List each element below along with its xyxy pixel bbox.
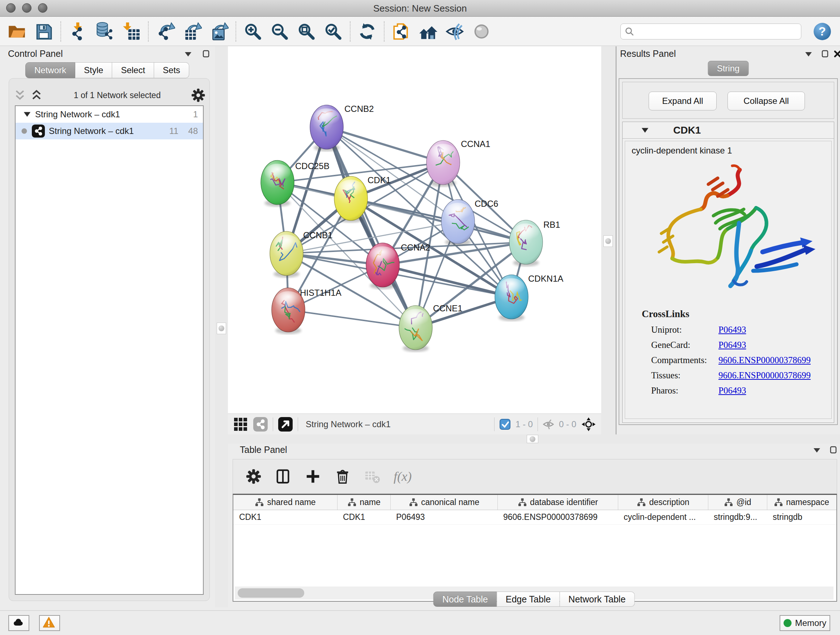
- network-edge-CDK1-RB1[interactable]: [351, 198, 526, 242]
- export-image-button[interactable]: [207, 19, 231, 43]
- panel-float-icon[interactable]: [201, 49, 211, 59]
- network-node-CCNB1[interactable]: CCNB1: [270, 230, 332, 278]
- zoom-in-button[interactable]: [241, 19, 265, 43]
- zoom-out-button[interactable]: [268, 19, 292, 43]
- network-node-CCNE1[interactable]: CCNE1: [399, 303, 462, 352]
- tab-select[interactable]: Select: [112, 62, 154, 78]
- import-network-from-database-button[interactable]: [93, 19, 117, 43]
- network-tree-root-row[interactable]: String Network – cdk1 1: [16, 106, 203, 123]
- table-cell[interactable]: cyclin-dependent ...: [618, 510, 708, 524]
- table-row[interactable]: CDK1CDK1P064939606.ENSP00000378699cyclin…: [233, 510, 836, 524]
- column-header--id[interactable]: @id: [708, 495, 767, 510]
- tab-style[interactable]: Style: [75, 62, 112, 78]
- selected-checkbox-icon[interactable]: [499, 418, 511, 430]
- cloud-status-button[interactable]: [8, 615, 29, 631]
- export-network-button[interactable]: [153, 19, 177, 43]
- tree-expander-icon[interactable]: [23, 111, 32, 119]
- search-box[interactable]: [621, 24, 801, 40]
- home-button[interactable]: [416, 19, 440, 43]
- column-header-shared-name[interactable]: shared name: [233, 495, 337, 510]
- zoom-selected-button[interactable]: [321, 19, 345, 43]
- help-button[interactable]: ?: [813, 22, 832, 41]
- column-header-description[interactable]: description: [618, 495, 708, 510]
- panel-float-icon[interactable]: [829, 445, 838, 455]
- crosslink-link[interactable]: P06493: [718, 325, 746, 335]
- panel-menu-icon[interactable]: [804, 49, 813, 59]
- select-columns-icon[interactable]: [275, 468, 292, 485]
- birdseye-view-icon[interactable]: [278, 417, 293, 432]
- table-cell[interactable]: stringdb: [767, 510, 836, 524]
- search-input[interactable]: [637, 27, 797, 36]
- table-cell[interactable]: CDK1: [337, 510, 390, 524]
- apply-layout-button[interactable]: [355, 19, 379, 43]
- tab-sets[interactable]: Sets: [154, 62, 189, 78]
- open-session-button[interactable]: [5, 19, 29, 43]
- tab-network[interactable]: Network: [25, 62, 75, 78]
- table-cell[interactable]: P06493: [390, 510, 497, 524]
- vertical-splitter-left[interactable]: [215, 46, 228, 608]
- network-node-HIST1H1A[interactable]: HIST1H1A: [272, 288, 341, 334]
- network-edge-CCNB2-CCNA1[interactable]: [327, 127, 443, 163]
- panel-close-icon[interactable]: [832, 49, 840, 59]
- column-header-name[interactable]: name: [337, 495, 390, 510]
- warnings-button[interactable]: [39, 615, 60, 631]
- network-node-CDKN1A[interactable]: CDKN1A: [495, 274, 563, 321]
- column-header-database-identifier[interactable]: database identifier: [497, 495, 618, 510]
- import-table-from-file-button[interactable]: [119, 19, 143, 43]
- crosslink-link[interactable]: P06493: [718, 386, 746, 396]
- network-graph[interactable]: CCNB2CCNA1CDC25BCDK1CDC6RB1CCNB1CCNA2CDK…: [228, 46, 601, 413]
- crosslink-link[interactable]: P06493: [718, 340, 746, 350]
- crosslink-link[interactable]: 9606.ENSP00000378699: [718, 371, 811, 380]
- delete-columns-icon[interactable]: [334, 468, 351, 485]
- share-icon[interactable]: [253, 417, 268, 432]
- gear-icon[interactable]: [191, 88, 206, 103]
- network-node-CCNA2[interactable]: CCNA2: [366, 242, 430, 289]
- section-expander-icon[interactable]: [641, 126, 649, 134]
- network-tree-child-row[interactable]: String Network – cdk1 11 48: [16, 123, 203, 139]
- collapse-all-networks-icon[interactable]: [13, 89, 27, 102]
- tab-node-table[interactable]: Node Table: [433, 592, 497, 607]
- network-node-CCNA1[interactable]: CCNA1: [426, 139, 490, 187]
- scrollbar-thumb[interactable]: [238, 588, 304, 598]
- tab-edge-table[interactable]: Edge Table: [497, 592, 560, 607]
- network-node-RB1[interactable]: RB1: [509, 220, 561, 266]
- zoom-window-traffic-light[interactable]: [38, 3, 47, 13]
- column-header-namespace[interactable]: namespace: [767, 495, 836, 510]
- close-window-traffic-light[interactable]: [6, 3, 16, 13]
- table-settings-gear-icon[interactable]: [245, 468, 262, 485]
- splitter-grip[interactable]: [527, 435, 538, 443]
- zoom-fit-button[interactable]: [294, 19, 318, 43]
- fit-selected-crosshair-icon[interactable]: [581, 417, 596, 432]
- expand-all-button[interactable]: Expand All: [649, 92, 717, 111]
- panel-menu-icon[interactable]: [812, 445, 822, 455]
- table-cell[interactable]: 9606.ENSP00000378699: [497, 510, 618, 524]
- expand-all-networks-icon[interactable]: [29, 89, 44, 102]
- add-column-icon[interactable]: [305, 468, 321, 485]
- panel-menu-icon[interactable]: [183, 49, 193, 59]
- copy-network-button[interactable]: [389, 19, 413, 43]
- network-node-CCNB2[interactable]: CCNB2: [310, 104, 374, 151]
- network-canvas[interactable]: CCNB2CCNA1CDC25BCDK1CDC6RB1CCNB1CCNA2CDK…: [228, 46, 601, 413]
- minimize-window-traffic-light[interactable]: [22, 3, 32, 13]
- import-network-from-file-button[interactable]: [66, 19, 90, 43]
- splitter-grip[interactable]: [217, 323, 226, 334]
- gene-section-header[interactable]: CDK1: [622, 122, 834, 139]
- network-edge-HIST1H1A-CCNE1[interactable]: [288, 310, 416, 328]
- vertical-splitter-right[interactable]: [601, 46, 616, 434]
- save-session-button[interactable]: [32, 19, 56, 43]
- hide-unselected-button[interactable]: [443, 19, 467, 43]
- show-all-button[interactable]: [470, 19, 493, 43]
- grid-icon[interactable]: [233, 417, 248, 432]
- column-header-canonical-name[interactable]: canonical name: [390, 495, 497, 510]
- network-node-CDC25B[interactable]: CDC25B: [261, 160, 330, 207]
- panel-float-icon[interactable]: [820, 49, 830, 59]
- memory-button[interactable]: Memory: [780, 615, 830, 631]
- splitter-grip[interactable]: [603, 235, 613, 247]
- export-table-button[interactable]: [180, 19, 204, 43]
- collapse-all-button[interactable]: Collapse All: [728, 92, 805, 111]
- table-cell[interactable]: stringdb:9...: [708, 510, 767, 524]
- tab-string[interactable]: String: [708, 61, 749, 76]
- crosslink-link[interactable]: 9606.ENSP00000378699: [718, 355, 811, 365]
- tab-network-table[interactable]: Network Table: [560, 592, 635, 607]
- table-cell[interactable]: CDK1: [233, 510, 337, 524]
